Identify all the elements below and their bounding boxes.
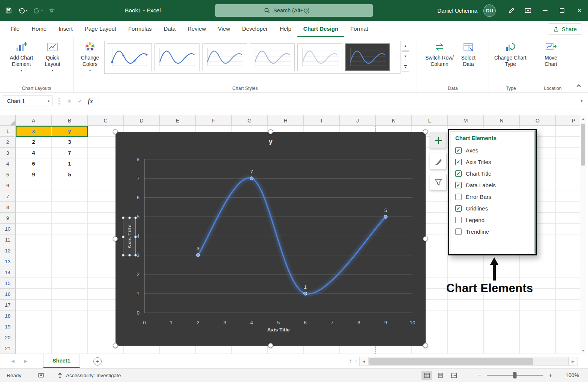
macro-record-button[interactable] [38,372,44,378]
chart-style-1[interactable] [107,43,152,71]
inking-button[interactable] [503,0,520,21]
name-box[interactable]: Chart 1 ▾ [3,96,52,106]
cell-A13[interactable] [16,256,52,267]
chart-resize-handle-w[interactable] [113,236,118,241]
column-header-d[interactable]: D [124,115,160,126]
checkbox-axis-titles[interactable]: ✓ [455,159,462,165]
cell-A5[interactable]: 9 [16,169,52,180]
tab-data[interactable]: Data [158,21,182,37]
column-header-k[interactable]: K [376,115,412,126]
chart-element-item-axis-titles[interactable]: ✓Axis Titles [455,156,534,168]
checkbox-error-bars[interactable] [455,194,462,200]
cell-P17[interactable] [556,300,580,310]
expand-formula-bar-button[interactable]: ▾ [575,99,588,103]
cell-N20[interactable] [484,332,520,343]
cell-B2[interactable]: 3 [52,137,88,148]
avatar[interactable]: DU [483,4,496,17]
cell-N17[interactable] [484,300,520,310]
cell-P19[interactable] [556,321,580,332]
cell-B12[interactable] [52,245,88,256]
cell-O17[interactable] [520,300,556,310]
cell-B17[interactable] [52,300,88,310]
cell-B14[interactable] [52,267,88,278]
zoom-slider[interactable] [487,375,543,376]
tab-formulas[interactable]: Formulas [122,21,158,37]
chart-style-2[interactable] [154,43,200,71]
view-normal-button[interactable] [422,371,432,380]
horizontal-scrollbar[interactable]: ◀ ▶ [359,357,578,366]
cell-B3[interactable]: 7 [52,148,88,158]
vertical-scrollbar[interactable]: ▲ ▼ [580,115,586,354]
zoom-out-button[interactable]: − [475,372,484,379]
cell-N18[interactable] [484,310,520,321]
cell-A14[interactable] [16,267,52,278]
row-header-12[interactable]: 12 [0,245,16,256]
minimize-button[interactable] [536,0,554,21]
cell-A4[interactable]: 6 [16,158,52,169]
cell-P16[interactable] [556,289,580,300]
row-header-3[interactable]: 3 [0,148,16,158]
cell-N21[interactable] [484,343,520,354]
switch-row-column-button[interactable]: Switch Row/ Column [422,38,457,67]
horizontal-scroll-thumb[interactable] [369,358,533,365]
vertical-scroll-thumb[interactable] [581,124,585,166]
cell-B21[interactable] [52,343,88,354]
cell-B5[interactable]: 5 [52,169,88,180]
chart-element-item-axes[interactable]: ✓Axes [455,145,534,156]
row-header-1[interactable]: 1 [0,126,16,137]
cell-P2[interactable] [556,137,580,148]
cell-P5[interactable] [556,169,580,180]
accessibility-status[interactable]: Accessibility: Investigate [57,372,121,379]
row-header-21[interactable]: 21 [0,343,16,354]
cell-P3[interactable] [556,148,580,158]
selection-handle[interactable] [128,216,131,219]
collapse-ribbon-button[interactable] [576,84,581,89]
selection-handle[interactable] [134,216,137,219]
column-header-i[interactable]: I [304,115,340,126]
cell-P10[interactable] [556,224,580,234]
sheet-nav-left-button[interactable]: ◀ [11,359,14,364]
selection-handle[interactable] [122,236,124,238]
change-chart-type-button[interactable]: Change Chart Type [494,38,526,67]
formula-input[interactable] [99,96,575,106]
row-header-13[interactable]: 13 [0,256,16,267]
cell-A3[interactable]: 4 [16,148,52,158]
column-header-o[interactable]: O [520,115,556,126]
selection-handle[interactable] [122,216,124,219]
column-header-b[interactable]: B [52,115,88,126]
cell-M17[interactable] [448,300,484,310]
cell-M21[interactable] [448,343,484,354]
checkbox-trendline[interactable] [455,228,462,235]
selection-handle[interactable] [128,254,131,257]
tab-help[interactable]: Help [274,21,297,37]
user-name[interactable]: Daniel Uchenna [437,7,477,14]
column-header-g[interactable]: G [232,115,268,126]
row-header-6[interactable]: 6 [0,180,16,191]
x-axis-title[interactable]: Axis Title [144,327,412,333]
select-all-corner[interactable] [0,115,16,126]
row-header-8[interactable]: 8 [0,202,16,213]
cell-B9[interactable] [52,213,88,224]
tab-insert[interactable]: Insert [52,21,79,37]
cell-P13[interactable] [556,256,580,267]
chart-style-5[interactable] [297,43,342,71]
cell-B11[interactable] [52,234,88,245]
cell-A7[interactable] [16,191,52,202]
cell-P15[interactable] [556,278,580,289]
tab-home[interactable]: Home [26,21,52,37]
cell-A19[interactable] [16,321,52,332]
cell-M13[interactable] [448,256,484,267]
chart-resize-handle-se[interactable] [423,343,428,348]
cell-A2[interactable]: 2 [16,137,52,148]
row-header-4[interactable]: 4 [0,158,16,169]
sheet-nav-right-button[interactable]: ▶ [24,359,27,364]
horizontal-scroll-track[interactable] [368,357,568,366]
cell-B4[interactable]: 1 [52,158,88,169]
cell-B13[interactable] [52,256,88,267]
row-header-11[interactable]: 11 [0,234,16,245]
selection-handle[interactable] [134,236,137,238]
column-header-c[interactable]: C [88,115,124,126]
cell-B20[interactable] [52,332,88,343]
add-chart-element-button[interactable]: Add Chart Element ▾ [4,38,38,74]
gallery-scroll-up-button[interactable]: ▴ [402,41,409,51]
